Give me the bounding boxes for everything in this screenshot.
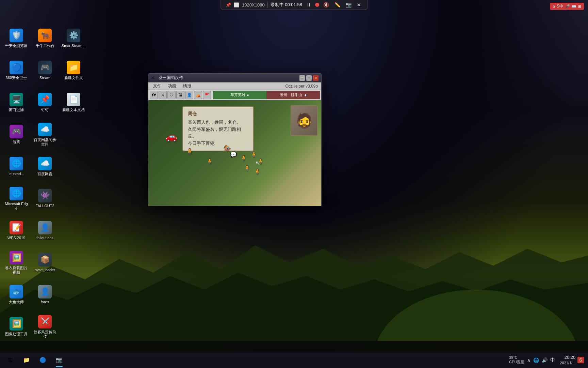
window-titlebar[interactable]: ⚔ 圣三国蜀汉传 ─ □ ✕: [148, 74, 321, 82]
toolbar-icon-tent[interactable]: ⛺: [194, 91, 202, 99]
games-icon: 🎮: [10, 125, 23, 138]
360-security-label: 360安全卫士: [6, 76, 27, 80]
recording-camera-button[interactable]: 📷: [344, 1, 353, 8]
tray-chevron-icon[interactable]: ∧: [526, 357, 531, 364]
smartsteam-label: SmartSteam...: [62, 44, 85, 48]
sprite-char7: 🧍: [257, 158, 264, 165]
360-taskbar-icon: 🔵: [39, 357, 46, 363]
ime-mic-icon[interactable]: 🎤: [565, 4, 570, 9]
wps-label: WPS 2019: [7, 236, 26, 240]
taskbar-ime-indicator[interactable]: S: [577, 357, 584, 363]
desktop-icon-fallout2[interactable]: 👾 FALLOUT2: [31, 183, 59, 214]
sprite-char1: 🧍: [186, 148, 193, 155]
desktop-icon-img-tools[interactable]: 🖼️ 图像处理工具: [3, 311, 30, 342]
desktop-icon-idunetd[interactable]: 🌐 idunetd...: [3, 151, 30, 182]
desktop-icon-nvse-loader[interactable]: 📦 nvse_loader: [31, 247, 59, 278]
game-window[interactable]: ⚔ 圣三国蜀汉传 ─ □ ✕ 文件 功能 情报 CczHelper v3.09b…: [148, 73, 322, 206]
window-title: 圣三国蜀汉传: [159, 75, 299, 81]
recording-mute-button[interactable]: 🔇: [322, 1, 330, 8]
desktop-icon-image-process[interactable]: 🖼️ 睿衣换装图片视频: [3, 247, 30, 278]
system-clock[interactable]: 20:20 2021/1/...: [560, 355, 575, 365]
desktop-icon-grid: 🛡️ 千安全浏览器 🐂 千牛工作台 ⚙️ SmartSteam... 🔵 360…: [0, 20, 90, 345]
sprite-char3: 💬: [230, 151, 237, 158]
toolbar-icon-battle1[interactable]: ⚔: [159, 91, 167, 99]
taskbar-right: 39°C CPU温度 ∧ 🌐 🔊 中 20:20 2021/1/... S: [509, 355, 588, 365]
tray-icons: ∧ 🌐 🔊 中: [526, 356, 556, 364]
desktop-icon-baidu-pan[interactable]: ☁️ 百度网盘: [31, 151, 59, 182]
recording-pause-button[interactable]: ⏸: [305, 1, 312, 8]
toolbar-icon-person1[interactable]: 👤: [185, 91, 193, 99]
xiake-icon: ⚔️: [38, 315, 52, 328]
steam-icon: 🎮: [38, 61, 52, 74]
sprite-char9: 🧍: [254, 168, 261, 175]
resolution-label: 1920X1080: [242, 2, 265, 7]
desktop-icon-dami[interactable]: 🐟 大鱼大师: [3, 279, 30, 310]
taskbar-file-explorer[interactable]: 📁: [19, 353, 34, 368]
game-menubar: 文件 功能 情报 CczHelper v3.09b: [148, 82, 321, 90]
game-status-bar: 草芥英雄 ♦ 滚州 卧牛山 ♦: [213, 91, 320, 99]
status-left: 草芥英雄 ♦: [213, 91, 266, 99]
recording-pen-button[interactable]: ✏️: [333, 1, 342, 8]
toolbar-icon-flag[interactable]: 🚩: [203, 91, 211, 99]
sprite-cart: 🚗: [165, 131, 177, 142]
image-process-icon: 🖼️: [10, 251, 23, 264]
recording-display-icon: ⬜: [234, 2, 239, 7]
desktop-icon-window-filter[interactable]: 🖥️ 窗口过滤: [3, 87, 30, 118]
recording-close-button[interactable]: ✕: [356, 1, 362, 8]
fallout2-label: FALLOUT2: [35, 204, 54, 208]
window-filter-label: 窗口过滤: [9, 108, 24, 112]
ime-grid-icon[interactable]: ⊞: [578, 4, 581, 9]
status-hero-icon: ♦: [247, 93, 249, 97]
window-minimize-button[interactable]: ─: [299, 75, 305, 81]
taskbar-video-app[interactable]: 📷: [52, 353, 67, 368]
desktop-icon-fallout-chs[interactable]: 👤 fallout.chs: [31, 215, 59, 246]
window-maximize-button[interactable]: □: [306, 75, 312, 81]
tray-speaker-icon[interactable]: 🔊: [541, 357, 548, 364]
desktop-icon-qianjin-browser[interactable]: 🛡️ 千安全浏览器: [3, 23, 30, 54]
desktop-icon-qianniu-work[interactable]: 🐂 千牛工作台: [31, 23, 59, 54]
desktop-icon-games[interactable]: 🎮 游戏: [3, 119, 30, 150]
desktop-icon-fores[interactable]: 👤 fores: [31, 279, 59, 310]
desktop-icon-smartsteam[interactable]: ⚙️ SmartSteam...: [60, 23, 87, 54]
dialogue-character-name: 周仓: [188, 110, 248, 118]
new-text-label: 新建文本文档: [62, 108, 85, 112]
taskbar-start-button[interactable]: ⊞: [3, 353, 18, 368]
qianjin-browser-label: 千安全浏览器: [5, 44, 28, 48]
desktop-icon-new-text[interactable]: 📄 新建文本文档: [60, 87, 87, 118]
smartsteam-icon: ⚙️: [67, 29, 80, 42]
img-tools-icon: 🖼️: [10, 317, 23, 331]
desktop-icon-xiake[interactable]: ⚔️ 侠客风云传前传: [31, 311, 59, 342]
cpu-temp-text: CPU温度: [509, 360, 524, 364]
sprite-char4: 🧍: [206, 158, 213, 165]
recording-timer: 录制中 00:01:58: [271, 2, 302, 8]
tray-ime-icon[interactable]: 中: [550, 356, 556, 364]
desktop-icon-dingding[interactable]: 📌 钉钉: [31, 87, 59, 118]
recording-toolbar: 📌 ⬜ 1920X1080 录制中 00:01:58 ⏸ 🔇 ✏️ 📷 ✕: [220, 0, 368, 10]
desktop-icon-wps[interactable]: 📝 WPS 2019: [3, 215, 30, 246]
start-icon: ⊞: [8, 357, 13, 363]
recording-pin-icon: 📌: [226, 2, 231, 7]
taskbar: ⊞ 📁 🔵 📷 39°C CPU温度 ∧: [0, 352, 588, 368]
qianjin-browser-icon: 🛡️: [10, 29, 23, 42]
desktop-icon-baidu-sync[interactable]: ☁️ 百度网盘同步空间: [31, 119, 59, 150]
window-controls: ─ □ ✕: [299, 75, 318, 81]
ime-keyboard-icon[interactable]: ⌨️: [571, 4, 576, 9]
game-sprites-area: 🚗 🧍 🏇 💬 🧍 🧍 🧍 🧍 🧍 🧍 ↖: [155, 131, 321, 199]
window-app-icon: ⚔: [151, 75, 157, 81]
taskbar-360-app[interactable]: 🔵: [35, 353, 50, 368]
menu-item-file[interactable]: 文件: [150, 82, 165, 90]
window-close-button[interactable]: ✕: [313, 75, 318, 81]
game-content[interactable]: 周仓 某关西人也，姓周，名仓。 久闻将军盛名，恨无门路相见。 今日手下冒犯 🧔 …: [148, 100, 321, 206]
toolbar-icon-battle3[interactable]: 🏛: [176, 91, 184, 99]
menu-item-function[interactable]: 功能: [165, 82, 180, 90]
desktop-icon-360-security[interactable]: 🔵 360安全卫士: [3, 55, 30, 86]
desktop-icon-ms-edge[interactable]: 🌐 Microsoft Edge: [3, 183, 30, 214]
tray-network-icon[interactable]: 🌐: [533, 357, 540, 364]
desktop-icon-new-folder[interactable]: 📁 新建文件夹: [60, 55, 87, 86]
ime-indicator[interactable]: S S中 🎤 ⌨️ ⊞: [550, 3, 584, 10]
status-location-icon: ♦: [304, 93, 306, 97]
desktop-icon-steam[interactable]: 🎮 Steam: [31, 55, 59, 86]
menu-item-info[interactable]: 情报: [180, 82, 195, 90]
toolbar-icon-battle2[interactable]: 🛡: [167, 91, 176, 99]
toolbar-icon-map[interactable]: 🗺: [150, 91, 158, 99]
